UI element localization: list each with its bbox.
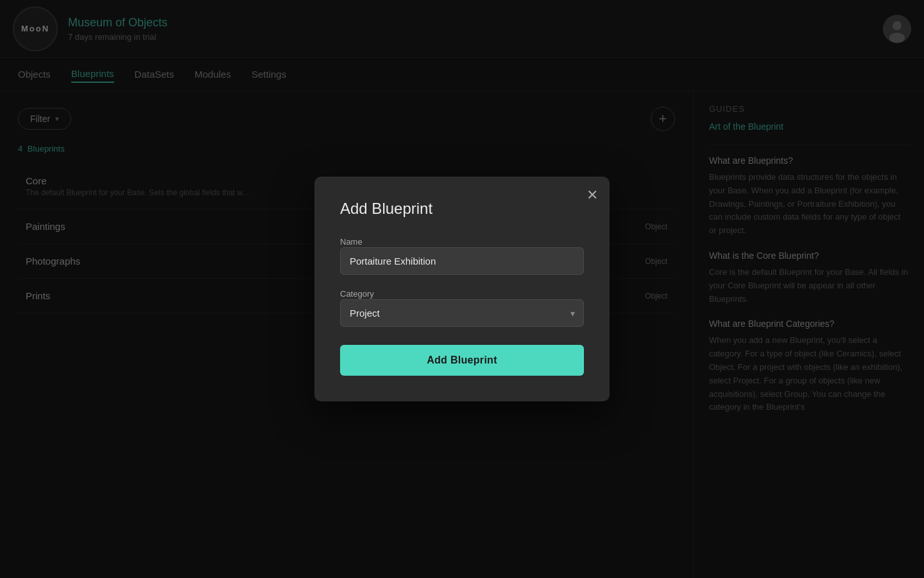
modal-category-label: Category bbox=[340, 289, 374, 299]
modal-close-button[interactable]: ✕ bbox=[586, 188, 598, 202]
modal-submit-label: Add Blueprint bbox=[427, 355, 497, 365]
add-blueprint-modal: ✕ Add Blueprint Name Category Project Ob… bbox=[314, 177, 610, 401]
modal-overlay[interactable]: ✕ Add Blueprint Name Category Project Ob… bbox=[0, 0, 924, 578]
modal-name-input[interactable] bbox=[340, 247, 584, 275]
modal-title: Add Blueprint bbox=[340, 200, 584, 218]
modal-submit-button[interactable]: Add Blueprint bbox=[340, 345, 584, 376]
modal-category-wrapper: Project Object Group ▾ bbox=[340, 299, 584, 327]
modal-name-label: Name bbox=[340, 237, 363, 247]
modal-category-select[interactable]: Project Object Group bbox=[340, 299, 584, 327]
